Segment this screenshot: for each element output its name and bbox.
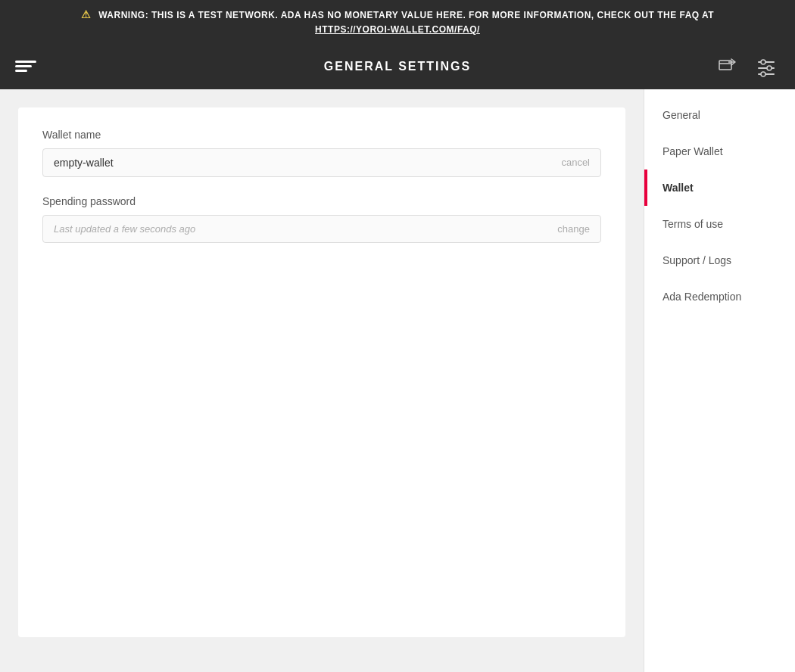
header: GENERAL SETTINGS: [0, 44, 795, 89]
send-receive-button[interactable]: [713, 53, 740, 80]
sidebar: General Paper Wallet Wallet Terms of use…: [644, 89, 795, 672]
settings-icon: [756, 56, 777, 77]
spending-password-status: Last updated a few seconds ago: [54, 223, 557, 235]
warning-banner: ⚠ WARNING: THIS IS A TEST NETWORK. ADA H…: [0, 0, 795, 44]
sidebar-item-terms-of-use[interactable]: Terms of use: [644, 206, 795, 242]
logo-line-1: [15, 61, 36, 63]
sidebar-item-paper-wallet[interactable]: Paper Wallet: [644, 133, 795, 170]
page-title: GENERAL SETTINGS: [324, 60, 471, 73]
header-icons: [713, 53, 780, 80]
svg-point-8: [761, 72, 765, 76]
send-receive-icon: [716, 56, 737, 77]
spending-password-change-button[interactable]: change: [557, 223, 590, 235]
wallet-name-input-row: cancel: [42, 148, 601, 177]
sidebar-item-wallet[interactable]: Wallet: [644, 170, 795, 206]
logo-line-2: [15, 65, 32, 67]
spending-password-row: Last updated a few seconds ago change: [42, 215, 601, 243]
spending-password-label: Spending password: [42, 195, 601, 207]
sidebar-item-general[interactable]: General: [644, 97, 795, 133]
sidebar-item-support-logs[interactable]: Support / Logs: [644, 242, 795, 278]
settings-card: Wallet name cancel Spending password Las…: [18, 107, 625, 637]
content-area: Wallet name cancel Spending password Las…: [0, 89, 644, 672]
wallet-name-cancel-button[interactable]: cancel: [561, 157, 590, 168]
sidebar-item-ada-redemption[interactable]: Ada Redemption: [644, 278, 795, 315]
svg-point-4: [761, 60, 765, 64]
svg-point-6: [767, 66, 772, 70]
logo-line-3: [15, 70, 27, 72]
warning-icon: ⚠: [81, 8, 92, 20]
wallet-name-label: Wallet name: [42, 129, 601, 141]
main-layout: Wallet name cancel Spending password Las…: [0, 89, 795, 672]
warning-text: WARNING: THIS IS A TEST NETWORK. ADA HAS…: [98, 10, 714, 20]
warning-link[interactable]: HTTPS://YOROI-WALLET.COM/FAQ/: [12, 23, 783, 37]
logo-button[interactable]: [15, 61, 36, 72]
settings-button[interactable]: [753, 53, 780, 80]
wallet-name-input[interactable]: [54, 157, 561, 169]
